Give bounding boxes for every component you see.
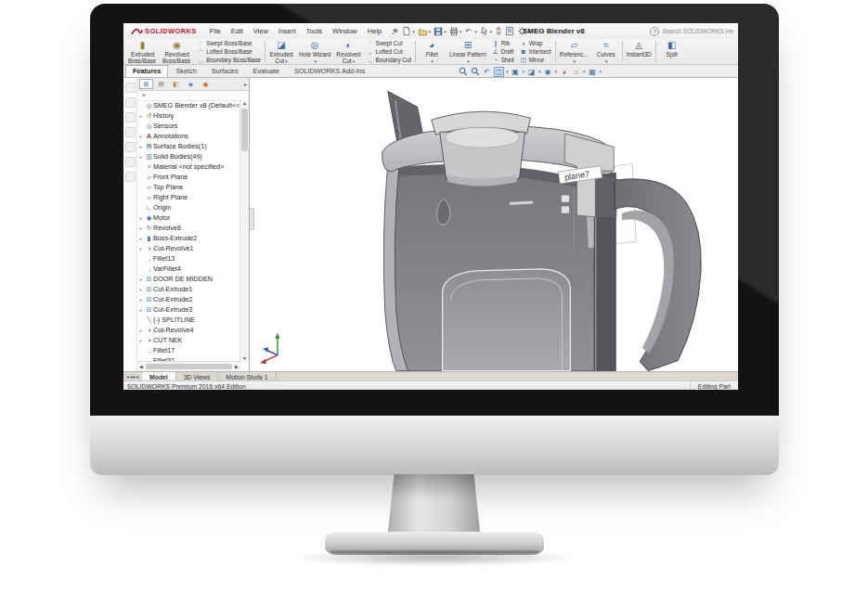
tab-sketch[interactable]: Sketch	[168, 65, 203, 77]
ribbon-button[interactable]: Curves ▾	[591, 39, 621, 64]
search-box[interactable]: ? Search SOLIDWORKS He	[650, 23, 733, 39]
section-view-icon[interactable]	[494, 67, 504, 77]
dropdown-caret[interactable]: ▾	[583, 69, 586, 74]
ribbon-button[interactable]: Revolved Cut▾	[333, 39, 363, 64]
filter-funnel-icon[interactable]: ▼	[141, 93, 147, 98]
dropdown-caret[interactable]: ▾	[555, 69, 558, 74]
feature-manager-tree-tab[interactable]: ⊞	[139, 79, 153, 89]
tab-solidworks-add-ins[interactable]: SOLIDWORKS Add-Ins	[287, 65, 372, 77]
view-settings-icon[interactable]	[588, 67, 598, 77]
tree-item[interactable]: ▸ Cut-Extrude3	[137, 304, 240, 315]
expand-arrow[interactable]: ▸	[137, 246, 145, 251]
left-toolbar-icon[interactable]	[125, 142, 136, 152]
ribbon-button[interactable]: Linear Pattern ▾	[447, 39, 489, 64]
tree-item[interactable]: Sensors	[137, 121, 240, 131]
tree-item[interactable]: Material <not specified>	[137, 161, 240, 172]
ribbon-small-button[interactable]: Draft	[492, 48, 514, 56]
tree-vertical-scrollbar[interactable]: ▲ ▼	[240, 100, 249, 361]
print-icon[interactable]: ▾	[449, 27, 462, 36]
next-tab-button[interactable]: ▸	[134, 374, 136, 380]
pin-icon[interactable]	[391, 27, 399, 35]
ribbon-button[interactable]: Hole Wizard ▾	[296, 39, 333, 64]
tree-item[interactable]: Right Plane	[137, 192, 240, 202]
expand-arrow[interactable]: ▸	[137, 225, 145, 231]
ribbon-small-button[interactable]: Lofted Boss/Base	[197, 48, 261, 56]
tree-item[interactable]: ▸ Boss-Extrude2	[137, 233, 240, 243]
tab-evaluate[interactable]: Evaluate	[246, 65, 287, 77]
prev-tab-button[interactable]: ◂	[130, 374, 133, 380]
ribbon-small-button[interactable]: Rib	[492, 40, 514, 47]
tree-root-item[interactable]: SMEG Blender v8 (Default<<Default>_Dis	[137, 100, 240, 110]
menu-item[interactable]: Insert	[279, 27, 296, 35]
ribbon-small-button[interactable]: Boundary Boss/Base	[197, 57, 261, 64]
display-style-icon[interactable]	[526, 67, 537, 77]
expand-arrow[interactable]: ▸	[137, 215, 145, 221]
expand-arrow[interactable]: ▸	[137, 297, 145, 302]
scrollbar-thumb[interactable]	[241, 109, 248, 151]
tree-item[interactable]: Front Plane	[137, 172, 240, 182]
ribbon-small-button[interactable]: Lofted Cut	[367, 48, 412, 56]
tree-item[interactable]: ▸ History	[137, 110, 240, 121]
tree-item[interactable]: ▸ Cut-Revolve1	[137, 243, 240, 253]
ribbon-small-button[interactable]: Boundary Cut	[367, 57, 412, 64]
tree-item[interactable]: ▸ Motor	[137, 212, 240, 223]
ribbon-small-button[interactable]: Shell	[492, 57, 514, 64]
tree-item[interactable]: ▸ Revolve6	[137, 223, 240, 233]
expand-arrow[interactable]: ▸	[137, 338, 145, 343]
dropdown-caret[interactable]: ▾	[506, 69, 509, 74]
dropdown-caret[interactable]: ▾	[523, 69, 525, 74]
left-toolbar-icon[interactable]	[125, 127, 136, 137]
help-question-icon[interactable]: ?	[650, 27, 659, 36]
undo-icon[interactable]: ▾	[464, 27, 477, 35]
graphics-viewport[interactable]: plane7	[250, 78, 738, 371]
expand-arrow[interactable]: ▸	[137, 134, 145, 139]
expand-arrow[interactable]: ▸	[137, 307, 145, 313]
left-toolbar-icon[interactable]	[125, 112, 136, 122]
ribbon-small-button[interactable]: Mirror	[520, 57, 551, 64]
select-cursor-icon[interactable]: ▾	[480, 26, 493, 36]
ribbon-button[interactable]: Revolved Boss/Base	[160, 39, 194, 64]
tree-item[interactable]: ▸ Annotations	[137, 131, 240, 141]
dimxpert-manager-tab[interactable]: ◈	[184, 79, 198, 89]
first-tab-button[interactable]: ◂	[126, 374, 129, 380]
scroll-left-arrow[interactable]: ◀	[137, 364, 145, 369]
expand-arrow[interactable]: ▸	[137, 236, 145, 241]
scroll-right-arrow[interactable]: ▶	[233, 364, 240, 369]
menu-item[interactable]: File	[210, 27, 221, 35]
tree-item[interactable]: ▸ Cut-Revolve4	[137, 325, 240, 335]
open-icon[interactable]: ▾	[418, 27, 432, 36]
file-properties-icon[interactable]	[505, 26, 514, 36]
hide-show-items-icon[interactable]	[543, 67, 553, 77]
edit-appearance-icon[interactable]	[559, 67, 569, 77]
expand-arrow[interactable]: ▸	[137, 287, 145, 292]
menu-item[interactable]: Edit	[231, 27, 243, 35]
ribbon-small-button[interactable]: Wrap	[520, 40, 551, 47]
ribbon-small-button[interactable]: Swept Boss/Base	[197, 40, 261, 47]
expand-arrow[interactable]: ▸	[137, 328, 145, 333]
tree-item[interactable]: ▸ Solid Bodies(49)	[137, 151, 240, 161]
tree-item[interactable]: ▸ DOOR DE MIDDEN	[137, 274, 240, 284]
rebuild-traffic-light-icon[interactable]	[495, 26, 502, 36]
scroll-down-arrow[interactable]: ▼	[240, 355, 249, 361]
dropdown-caret[interactable]: ▾	[600, 69, 602, 74]
left-toolbar-icon[interactable]	[125, 97, 136, 108]
dropdown-caret[interactable]: ▾	[474, 29, 477, 34]
menu-item[interactable]: View	[253, 27, 268, 35]
property-manager-tab[interactable]: ▤	[154, 79, 168, 89]
dropdown-caret[interactable]: ▾	[460, 29, 462, 34]
zoom-to-fit-icon[interactable]	[458, 67, 468, 77]
tree-item[interactable]: (-) SPLITLINE	[137, 315, 240, 325]
tree-item[interactable]: Origin	[137, 202, 240, 212]
display-manager-tab[interactable]: ◉	[199, 79, 213, 89]
tab-features[interactable]: Features	[125, 65, 168, 77]
ribbon-small-button[interactable]: Swept Cut	[367, 40, 412, 47]
ribbon-button[interactable]: Instant3D	[624, 39, 654, 64]
scrollbar-thumb[interactable]	[146, 364, 232, 369]
search-input[interactable]: Search SOLIDWORKS He	[662, 28, 733, 34]
zoom-to-area-icon[interactable]	[470, 67, 480, 77]
menu-item[interactable]: Window	[332, 27, 357, 35]
expand-arrow[interactable]: ▸	[137, 277, 145, 282]
ribbon-button[interactable]: Referenc... ▾	[557, 39, 591, 64]
panel-collapse-handle[interactable]	[250, 208, 254, 230]
previous-view-icon[interactable]	[482, 67, 492, 77]
